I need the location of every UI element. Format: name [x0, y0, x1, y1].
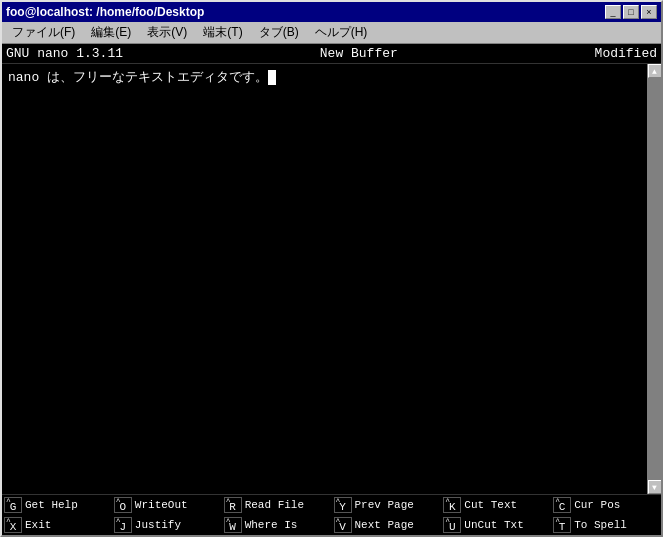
menu-terminal[interactable]: 端末(T) — [195, 22, 250, 43]
shortcut-key-o: ^O — [114, 497, 132, 513]
window-title: foo@localhost: /home/foo/Desktop — [6, 5, 204, 19]
shortcut-label-to-spell: To Spell — [574, 519, 627, 531]
shortcut-key-y: ^Y — [334, 497, 352, 513]
shortcut-label-prev-page: Prev Page — [355, 499, 414, 511]
shortcut-key-t: ^T — [553, 517, 571, 533]
shortcut-cur-pos[interactable]: ^C Cur Pos — [551, 495, 661, 515]
shortcut-cut-text[interactable]: ^K Cut Text — [441, 495, 551, 515]
shortcut-justify[interactable]: ^J Justify — [112, 515, 222, 535]
editor-text-line: nano は、フリーなテキストエディタです。 — [8, 70, 268, 85]
nano-content-area[interactable]: nano は、フリーなテキストエディタです。 — [2, 64, 647, 494]
shortcut-label-where-is: Where Is — [245, 519, 298, 531]
scrollbar[interactable]: ▲ ▼ — [647, 64, 661, 494]
shortcut-key-x: ^X — [4, 517, 22, 533]
menu-edit[interactable]: 編集(E) — [83, 22, 139, 43]
menu-view[interactable]: 表示(V) — [139, 22, 195, 43]
shortcut-prev-page[interactable]: ^Y Prev Page — [332, 495, 442, 515]
shortcut-label-next-page: Next Page — [355, 519, 414, 531]
nano-header: GNU nano 1.3.11 New Buffer Modified — [2, 44, 661, 64]
shortcut-key-k: ^K — [443, 497, 461, 513]
shortcut-key-c: ^C — [553, 497, 571, 513]
shortcut-next-page[interactable]: ^V Next Page — [332, 515, 442, 535]
menu-help[interactable]: ヘルプ(H) — [307, 22, 376, 43]
nano-modified: Modified — [595, 46, 657, 61]
window-controls: _ □ × — [605, 5, 657, 19]
shortcut-label-cur-pos: Cur Pos — [574, 499, 620, 511]
title-bar: foo@localhost: /home/foo/Desktop _ □ × — [2, 2, 661, 22]
scroll-up-button[interactable]: ▲ — [648, 64, 662, 78]
shortcut-label-get-help: Get Help — [25, 499, 78, 511]
maximize-button[interactable]: □ — [623, 5, 639, 19]
minimize-button[interactable]: _ — [605, 5, 621, 19]
menu-file[interactable]: ファイル(F) — [4, 22, 83, 43]
shortcut-get-help[interactable]: ^G Get Help — [2, 495, 112, 515]
shortcut-key-v: ^V — [334, 517, 352, 533]
shortcut-label-justify: Justify — [135, 519, 181, 531]
shortcut-writeout[interactable]: ^O WriteOut — [112, 495, 222, 515]
terminal-window: foo@localhost: /home/foo/Desktop _ □ × フ… — [0, 0, 663, 537]
scrollbar-track[interactable] — [648, 78, 662, 480]
shortcut-key-g: ^G — [4, 497, 22, 513]
scroll-down-button[interactable]: ▼ — [648, 480, 662, 494]
text-cursor — [268, 70, 276, 85]
shortcut-key-w: ^W — [224, 517, 242, 533]
menu-tab[interactable]: タブ(B) — [251, 22, 307, 43]
shortcut-key-u: ^U — [443, 517, 461, 533]
shortcut-read-file[interactable]: ^R Read File — [222, 495, 332, 515]
close-button[interactable]: × — [641, 5, 657, 19]
shortcut-label-uncut-txt: UnCut Txt — [464, 519, 523, 531]
shortcut-label-read-file: Read File — [245, 499, 304, 511]
nano-editor[interactable]: GNU nano 1.3.11 New Buffer Modified nano… — [2, 44, 661, 535]
shortcut-label-writeout: WriteOut — [135, 499, 188, 511]
shortcut-key-r: ^R — [224, 497, 242, 513]
shortcut-uncut-txt[interactable]: ^U UnCut Txt — [441, 515, 551, 535]
shortcut-to-spell[interactable]: ^T To Spell — [551, 515, 661, 535]
shortcut-label-exit: Exit — [25, 519, 51, 531]
editor-content-row: nano は、フリーなテキストエディタです。 ▲ ▼ — [2, 64, 661, 494]
nano-version: GNU nano 1.3.11 — [6, 46, 123, 61]
shortcut-exit[interactable]: ^X Exit — [2, 515, 112, 535]
menu-bar: ファイル(F) 編集(E) 表示(V) 端末(T) タブ(B) ヘルプ(H) — [2, 22, 661, 44]
nano-filename: New Buffer — [320, 46, 398, 61]
shortcut-label-cut-text: Cut Text — [464, 499, 517, 511]
nano-shortcuts: ^G Get Help ^O WriteOut ^R Read File ^Y — [2, 494, 661, 535]
shortcut-key-j: ^J — [114, 517, 132, 533]
shortcut-where-is[interactable]: ^W Where Is — [222, 515, 332, 535]
